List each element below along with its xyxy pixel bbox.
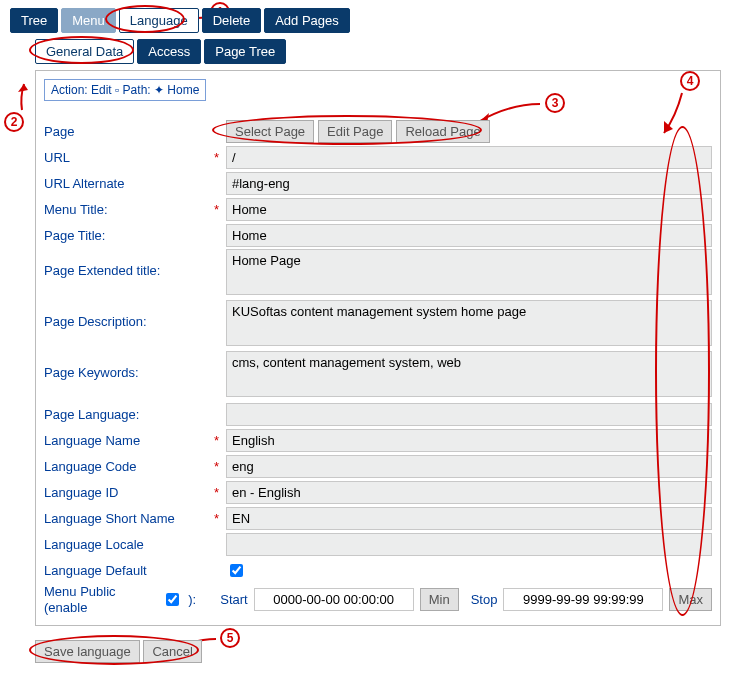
label-url-alt: URL Alternate — [44, 176, 214, 191]
tab-delete[interactable]: Delete — [202, 8, 262, 33]
label-page-description: Page Description: — [44, 300, 214, 329]
sub-tab-row: General Data Access Page Tree — [35, 39, 721, 64]
label-page-extended: Page Extended title: — [44, 249, 214, 278]
label-language-default: Language Default — [44, 563, 214, 578]
form: Page Select Page Edit Page Reload Page U… — [44, 119, 712, 615]
required-icon: * — [214, 511, 222, 526]
page-button-row: Select Page Edit Page Reload Page — [226, 120, 490, 143]
form-panel: Action: Edit ▫ Path: ✦ Home 3 4 Page Sel… — [35, 70, 721, 626]
language-id-field[interactable] — [226, 481, 712, 504]
label-page-title: Page Title: — [44, 228, 214, 243]
annotation-number-2: 2 — [4, 112, 24, 132]
label-menu-public: Menu Public (enable — [44, 584, 156, 615]
label-language-id: Language ID — [44, 485, 214, 500]
page-title-field[interactable] — [226, 224, 712, 247]
select-page-button[interactable]: Select Page — [226, 120, 314, 143]
tab-menu[interactable]: Menu — [61, 8, 116, 33]
label-language-short: Language Short Name — [44, 511, 214, 526]
language-name-field[interactable] — [226, 429, 712, 452]
label-url: URL — [44, 150, 214, 165]
stop-date-field[interactable] — [503, 588, 663, 611]
menu-public-checkbox[interactable] — [166, 593, 179, 606]
page-extended-title-field[interactable] — [226, 249, 712, 295]
menu-title-field[interactable] — [226, 198, 712, 221]
url-field[interactable] — [226, 146, 712, 169]
cancel-button[interactable]: Cancel — [143, 640, 201, 663]
label-close-paren: ): — [188, 592, 196, 607]
language-short-name-field[interactable] — [226, 507, 712, 530]
label-language-code: Language Code — [44, 459, 214, 474]
url-alternate-field[interactable] — [226, 172, 712, 195]
page-keywords-field[interactable] — [226, 351, 712, 397]
start-date-field[interactable] — [254, 588, 414, 611]
label-page-keywords: Page Keywords: — [44, 351, 214, 380]
tab-tree[interactable]: Tree — [10, 8, 58, 33]
label-menu-title: Menu Title: — [44, 202, 214, 217]
required-icon: * — [214, 485, 222, 500]
min-button[interactable]: Min — [420, 588, 459, 611]
label-page-language: Page Language: — [44, 407, 214, 422]
tab-language[interactable]: Language — [119, 8, 199, 33]
subtab-general-data[interactable]: General Data — [35, 39, 134, 64]
save-language-button[interactable]: Save language — [35, 640, 140, 663]
label-start: Start — [220, 592, 247, 607]
page-language-field[interactable] — [226, 403, 712, 426]
label-language-name: Language Name — [44, 433, 214, 448]
annotation-arrow-2 — [12, 82, 32, 112]
label-stop: Stop — [471, 592, 498, 607]
footer-buttons: Save language Cancel — [35, 640, 721, 663]
language-default-checkbox[interactable] — [230, 564, 243, 577]
language-code-field[interactable] — [226, 455, 712, 478]
edit-page-button[interactable]: Edit Page — [318, 120, 392, 143]
action-bar: Action: Edit ▫ Path: ✦ Home — [44, 79, 206, 101]
required-icon: * — [214, 459, 222, 474]
language-locale-field[interactable] — [226, 533, 712, 556]
tab-add-pages[interactable]: Add Pages — [264, 8, 350, 33]
annotation-number-3: 3 — [545, 93, 565, 113]
annotation-number-4: 4 — [680, 71, 700, 91]
required-icon: * — [214, 433, 222, 448]
required-icon: * — [214, 202, 222, 217]
required-icon: * — [214, 150, 222, 165]
label-language-locale: Language Locale — [44, 537, 214, 552]
page-description-field[interactable] — [226, 300, 712, 346]
reload-page-button[interactable]: Reload Page — [396, 120, 489, 143]
subtab-access[interactable]: Access — [137, 39, 201, 64]
subtab-page-tree[interactable]: Page Tree — [204, 39, 286, 64]
max-button[interactable]: Max — [669, 588, 712, 611]
label-page: Page — [44, 124, 214, 139]
top-tab-row: Tree Menu Language Delete Add Pages — [10, 8, 721, 33]
